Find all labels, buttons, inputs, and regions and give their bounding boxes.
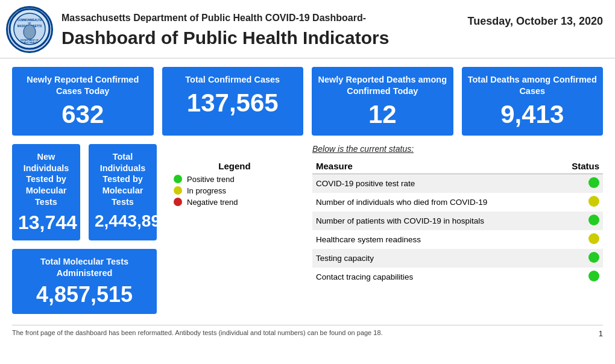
main-content: Newly Reported Confirmed Cases Today 632… xyxy=(0,58,615,319)
card-total-individuals-tested-value: 2,443,894 xyxy=(95,213,151,230)
card-confirmed-cases-today: Newly Reported Confirmed Cases Today 632 xyxy=(12,67,154,136)
card-total-individuals-tested-title: Total Individuals Tested by Molecular Te… xyxy=(95,151,151,208)
legend-inprogress-dot xyxy=(174,186,182,195)
header-subtitle: Dashboard of Public Health Indicators xyxy=(62,28,603,48)
status-dot xyxy=(588,215,599,225)
status-dot-cell xyxy=(555,174,603,193)
svg-point-5 xyxy=(24,25,36,39)
legend-box: Legend Positive trend In progress Negati… xyxy=(165,155,304,215)
card-confirmed-cases-today-title: Newly Reported Confirmed Cases Today xyxy=(18,74,148,97)
legend-positive-dot xyxy=(174,175,182,183)
card-total-molecular-tests: Total Molecular Tests Administered 4,857… xyxy=(12,249,157,314)
legend-item-negative: Negative trend xyxy=(174,198,295,207)
status-header: Below is the current status: xyxy=(312,144,603,154)
card-total-molecular-tests-title: Total Molecular Tests Administered xyxy=(18,256,151,279)
page-header: COMMONWEALTH OF MASSACHUSETTS DEPARTMENT… xyxy=(0,0,615,58)
card-total-confirmed-cases-value: 137,565 xyxy=(168,90,298,116)
status-col-status: Status xyxy=(555,158,603,174)
card-total-confirmed-cases: Total Confirmed Cases 137,565 xyxy=(162,67,304,136)
status-dot-cell xyxy=(555,268,603,286)
legend-inprogress-label: In progress xyxy=(187,186,226,195)
status-measure-cell: Number of individuals who died from COVI… xyxy=(312,193,555,212)
status-measure-cell: Testing capacity xyxy=(312,249,555,268)
ma-seal-logo: COMMONWEALTH OF MASSACHUSETTS DEPARTMENT… xyxy=(6,6,53,53)
card-total-deaths-title: Total Deaths among Confirmed Cases xyxy=(468,74,598,97)
status-dot xyxy=(588,252,599,263)
card-total-molecular-tests-value: 4,857,515 xyxy=(18,284,151,306)
table-row: Number of patients with COVID-19 in hosp… xyxy=(312,212,603,230)
status-measure-cell: Number of patients with COVID-19 in hosp… xyxy=(312,212,555,230)
status-dot xyxy=(588,233,599,244)
legend-title: Legend xyxy=(174,161,295,171)
legend-negative-dot xyxy=(174,198,182,206)
status-dot-cell xyxy=(555,249,603,268)
card-new-deaths-today: Newly Reported Deaths among Confirmed To… xyxy=(312,67,453,136)
footer: The front page of the dashboard has been… xyxy=(12,325,603,340)
status-dot-cell xyxy=(555,193,603,212)
status-measure-cell: Healthcare system readiness xyxy=(312,230,555,249)
legend-positive-label: Positive trend xyxy=(187,175,235,184)
status-dot xyxy=(588,271,599,281)
legend-item-positive: Positive trend xyxy=(174,175,295,184)
legend-negative-label: Negative trend xyxy=(187,198,238,207)
card-total-deaths-value: 9,413 xyxy=(468,102,598,127)
svg-text:PUBLIC HEALTH: PUBLIC HEALTH xyxy=(21,42,38,44)
card-new-individuals-tested-value: 13,744 xyxy=(18,213,74,232)
status-col-measure: Measure xyxy=(312,158,555,174)
card-total-confirmed-cases-title: Total Confirmed Cases xyxy=(168,74,298,86)
status-measure-cell: Contact tracing capabilities xyxy=(312,268,555,286)
status-table: Measure Status COVID-19 positive test ra… xyxy=(312,158,603,286)
header-date: Tuesday, October 13, 2020 xyxy=(468,13,603,28)
bottom-left-cards: New Individuals Tested by Molecular Test… xyxy=(12,144,157,314)
card-new-deaths-today-title: Newly Reported Deaths among Confirmed To… xyxy=(318,74,447,97)
table-row: Contact tracing capabilities xyxy=(312,268,603,286)
card-total-deaths: Total Deaths among Confirmed Cases 9,413 xyxy=(462,67,604,136)
status-dot xyxy=(588,196,599,207)
footer-page: 1 xyxy=(599,329,603,338)
card-new-individuals-tested: New Individuals Tested by Molecular Test… xyxy=(12,144,80,240)
bottom-mid: Legend Positive trend In progress Negati… xyxy=(165,144,304,314)
table-row: Number of individuals who died from COVI… xyxy=(312,193,603,212)
status-dot xyxy=(588,177,599,188)
status-dot-cell xyxy=(555,230,603,249)
card-total-individuals-tested: Total Individuals Tested by Molecular Te… xyxy=(89,144,157,240)
status-measure-cell: COVID-19 positive test rate xyxy=(312,174,555,193)
card-new-deaths-today-value: 12 xyxy=(318,102,447,127)
header-text: Massachusetts Department of Public Healt… xyxy=(54,13,603,48)
footer-note: The front page of the dashboard has been… xyxy=(12,329,383,338)
logo-area: COMMONWEALTH OF MASSACHUSETTS DEPARTMENT… xyxy=(6,6,54,54)
legend-item-inprogress: In progress xyxy=(174,186,295,195)
table-row: Testing capacity xyxy=(312,249,603,268)
card-confirmed-cases-today-value: 632 xyxy=(18,102,148,127)
card-new-individuals-tested-title: New Individuals Tested by Molecular Test… xyxy=(18,151,74,208)
status-section: Below is the current status: Measure Sta… xyxy=(312,144,603,314)
header-top-line: Massachusetts Department of Public Healt… xyxy=(62,13,366,24)
bottom-section: New Individuals Tested by Molecular Test… xyxy=(12,144,603,314)
table-row: COVID-19 positive test rate xyxy=(312,174,603,193)
table-row: Healthcare system readiness xyxy=(312,230,603,249)
top-cards-row: Newly Reported Confirmed Cases Today 632… xyxy=(12,67,603,136)
status-dot-cell xyxy=(555,212,603,230)
